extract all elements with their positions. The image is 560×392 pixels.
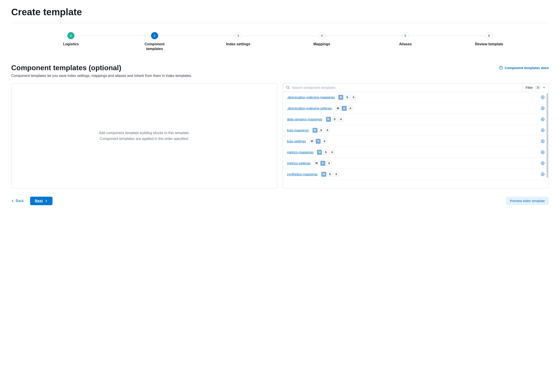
filter-button[interactable]: Filter 3 <box>522 83 549 92</box>
badge-group: MSA <box>338 95 356 100</box>
badge-s: S <box>332 117 337 122</box>
chevron-left-icon <box>11 200 14 202</box>
badge-s: S <box>323 150 328 155</box>
step-label: Mappings <box>313 42 330 47</box>
next-button[interactable]: Next <box>30 197 53 205</box>
selected-templates-panel: Add component template building blocks t… <box>11 83 277 189</box>
badge-m: M <box>326 117 331 122</box>
back-label: Back <box>16 199 24 203</box>
badge-a: A <box>325 128 330 133</box>
badge-m: M <box>310 139 314 144</box>
badge-group: MSA <box>326 117 343 122</box>
badge-s: S <box>345 95 350 100</box>
available-templates-panel: Filter 3 .deprecation-indexing-mappingsM… <box>283 83 549 189</box>
page-title: Create template <box>11 4 549 23</box>
add-template-button[interactable] <box>541 139 545 143</box>
back-button[interactable]: Back <box>11 199 24 203</box>
badge-group: MSA <box>317 150 335 155</box>
search-icon <box>286 86 290 89</box>
template-name-link[interactable]: metrics-settings <box>287 161 310 165</box>
add-template-button[interactable] <box>541 128 545 132</box>
add-template-button[interactable] <box>541 150 545 154</box>
badge-group: MSA <box>312 128 330 133</box>
template-name-link[interactable]: metrics-mappings <box>287 150 313 154</box>
step-circle <box>67 32 74 39</box>
svg-point-1 <box>501 69 501 69</box>
badge-m: M <box>314 161 319 166</box>
step-5[interactable]: 5Aliases <box>364 32 447 47</box>
help-icon <box>499 66 503 70</box>
step-circle: 3 <box>235 32 242 39</box>
step-1[interactable]: Logistics <box>29 32 113 47</box>
list-item: .deprecation-indexing-settingsMSA <box>283 103 549 114</box>
badge-m: M <box>338 95 343 100</box>
badge-s: S <box>319 128 324 133</box>
badge-m: M <box>317 150 322 155</box>
badge-a: A <box>334 172 339 177</box>
list-item: logs-settingsMSA <box>283 136 549 147</box>
add-template-button[interactable] <box>541 96 545 99</box>
list-item: synthetics-mappingsMSA <box>283 169 549 180</box>
step-label: Index settings <box>226 42 250 47</box>
next-label: Next <box>35 199 43 203</box>
template-list[interactable]: .deprecation-indexing-mappingsMSA.deprec… <box>283 92 549 188</box>
step-label: Review template <box>475 42 503 47</box>
add-template-button[interactable] <box>541 172 545 176</box>
badge-a: A <box>339 117 343 122</box>
template-name-link[interactable]: logs-settings <box>287 139 306 143</box>
badge-a: A <box>351 95 356 100</box>
badge-group: MSA <box>314 161 332 166</box>
search-input[interactable] <box>292 86 519 89</box>
chevron-down-icon <box>543 86 545 89</box>
badge-s: S <box>320 161 325 166</box>
section-title: Component templates (optional) <box>11 64 121 72</box>
template-name-link[interactable]: synthetics-mappings <box>287 172 318 176</box>
search-box[interactable] <box>283 83 522 92</box>
stepper: Logistics2Component templates3Index sett… <box>29 32 531 51</box>
list-item: .deprecation-indexing-mappingsMSA <box>283 92 549 103</box>
step-circle: 2 <box>151 32 158 39</box>
template-name-link[interactable]: data-streams-mappings <box>287 117 322 121</box>
step-circle: 6 <box>486 32 493 39</box>
chevron-right-icon <box>45 200 48 202</box>
list-item: data-streams-mappingsMSA <box>283 114 549 125</box>
step-2[interactable]: 2Component templates <box>113 32 197 51</box>
badge-s: S <box>316 139 320 144</box>
add-template-button[interactable] <box>541 161 545 165</box>
template-name-link[interactable]: .deprecation-indexing-mappings <box>287 95 335 99</box>
add-template-button[interactable] <box>541 118 545 121</box>
step-6[interactable]: 6Review template <box>447 32 531 47</box>
badge-a: A <box>327 161 332 166</box>
step-label: Component templates <box>139 42 170 51</box>
step-circle: 5 <box>402 32 409 39</box>
step-label: Aliases <box>399 42 412 47</box>
empty-state-text: Add component template building blocks t… <box>90 130 199 141</box>
badge-a: A <box>348 106 353 111</box>
docs-link-label: Component templates docs <box>505 66 549 70</box>
badge-s: S <box>328 172 332 177</box>
badge-group: MSA <box>310 139 327 144</box>
step-connector <box>238 36 322 36</box>
template-name-link[interactable]: logs-mappings <box>287 128 309 132</box>
step-connector <box>405 36 489 36</box>
section-description: Component templates let you save index s… <box>11 74 549 78</box>
list-item: logs-mappingsMSA <box>283 125 549 136</box>
step-3[interactable]: 3Index settings <box>196 32 280 47</box>
scrollbar[interactable] <box>547 93 548 178</box>
badge-m: M <box>312 128 318 133</box>
step-4[interactable]: 4Mappings <box>280 32 364 47</box>
preview-button[interactable]: Preview index template <box>506 197 549 205</box>
add-template-button[interactable] <box>541 107 545 110</box>
template-name-link[interactable]: .deprecation-indexing-settings <box>287 106 332 110</box>
list-item: metrics-mappingsMSA <box>283 147 549 158</box>
badge-a: A <box>322 139 327 144</box>
step-circle: 4 <box>318 32 325 39</box>
filter-label: Filter <box>525 86 533 89</box>
step-connector <box>322 36 405 36</box>
docs-link[interactable]: Component templates docs <box>499 66 549 70</box>
badge-group: MSA <box>321 172 339 177</box>
badge-s: S <box>342 106 347 111</box>
filter-count-badge: 3 <box>535 86 540 89</box>
list-item: metrics-settingsMSA <box>283 158 549 169</box>
step-connector <box>71 36 155 36</box>
